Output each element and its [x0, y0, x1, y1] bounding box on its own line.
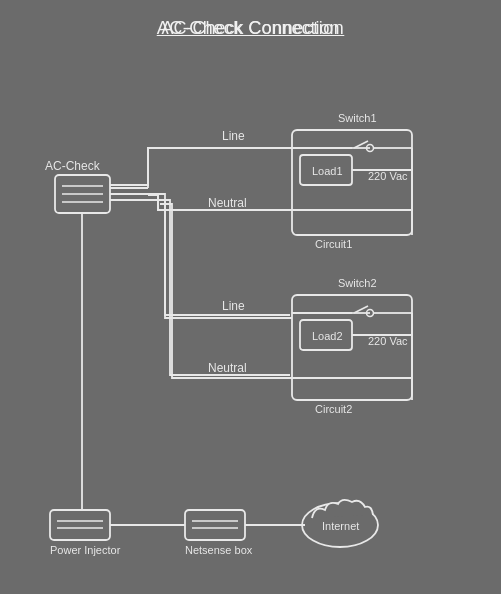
svg-text:Switch1: Switch1	[338, 112, 377, 124]
page-title-text: AC-Check Connection	[0, 18, 501, 39]
svg-text:Neutral: Neutral	[208, 361, 247, 375]
svg-text:Netsense box: Netsense box	[185, 544, 253, 556]
svg-text:Line: Line	[222, 299, 245, 313]
svg-text:Circuit2: Circuit2	[315, 403, 352, 415]
svg-text:220 Vac: 220 Vac	[368, 335, 408, 347]
svg-text:Neutral: Neutral	[208, 196, 247, 210]
svg-text:Circuit1: Circuit1	[315, 238, 352, 250]
svg-text:220 Vac: 220 Vac	[368, 170, 408, 182]
svg-text:Load2: Load2	[312, 330, 343, 342]
svg-rect-43	[50, 510, 110, 540]
svg-text:AC-Check: AC-Check	[45, 159, 101, 173]
svg-text:Switch2: Switch2	[338, 277, 377, 289]
load1-label: Load1	[312, 165, 343, 177]
svg-text:Power Injector: Power Injector	[50, 544, 121, 556]
diagram-container: AC-Check Connection AC-Check	[0, 0, 501, 594]
svg-rect-48	[185, 510, 245, 540]
svg-text:Internet: Internet	[322, 520, 359, 532]
svg-text:Line: Line	[222, 129, 245, 143]
